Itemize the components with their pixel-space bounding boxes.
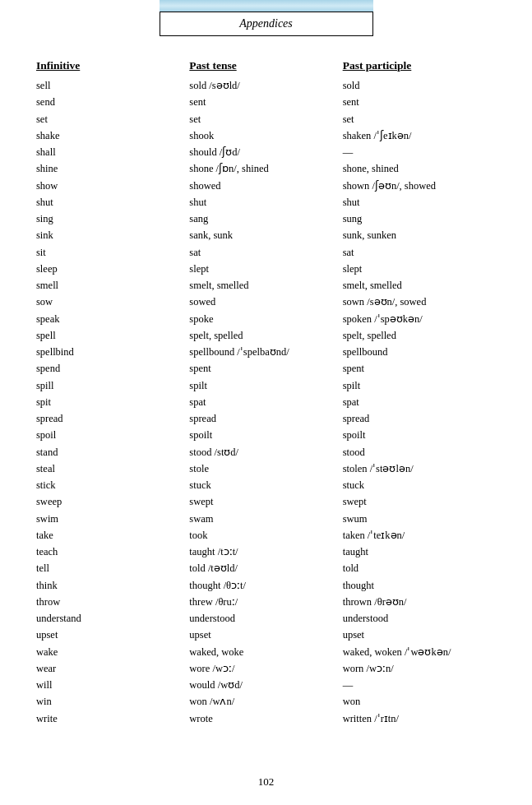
table-row: spilt <box>189 377 342 394</box>
table-row: should /ʃʊd/ <box>189 144 342 160</box>
table-row: tell <box>36 560 189 576</box>
table-row: spread <box>343 410 496 427</box>
table-row: think <box>36 577 189 594</box>
table-row: stood <box>343 444 496 460</box>
table-row: shine <box>36 160 189 177</box>
col1-items: sellsendsetshakeshallshineshowshutsingsi… <box>36 77 189 727</box>
table-row: sent <box>189 94 342 110</box>
table-row: spent <box>189 360 342 377</box>
table-row: spill <box>36 377 189 394</box>
table-row: taken /ˈteɪkən/ <box>343 527 496 544</box>
header-box: Appendices <box>160 12 373 36</box>
table-row: slept <box>343 261 496 277</box>
table-row: shut <box>36 194 189 211</box>
table-row: stuck <box>343 477 496 493</box>
table-row: thought /θɔːt/ <box>189 577 342 594</box>
table-row: shook <box>189 127 342 144</box>
page-wrapper: Appendices Infinitive sellsendsetshakesh… <box>0 0 532 805</box>
table-row: will <box>36 677 189 693</box>
table-row: spat <box>343 394 496 410</box>
table-row: understood <box>189 610 342 627</box>
table-row: set <box>36 111 189 127</box>
table-row: sink <box>36 227 189 243</box>
table-row: swim <box>36 511 189 527</box>
appendices-title: Appendices <box>239 17 293 30</box>
table-row: sung <box>343 211 496 227</box>
table-row: sold /səʊld/ <box>189 77 342 94</box>
table-row: spat <box>189 394 342 410</box>
table-row: smell <box>36 277 189 294</box>
table-row: sat <box>343 244 496 261</box>
table-row: sold <box>343 77 496 94</box>
table-row: spread <box>36 410 189 427</box>
table-row: stood /stʊd/ <box>189 444 342 460</box>
table-row: throw <box>36 594 189 610</box>
col3-items: soldsentsetshaken /ˈʃeɪkən/—shone, shine… <box>343 77 496 727</box>
col2-items: sold /səʊld/sentsetshookshould /ʃʊd/shon… <box>189 77 342 727</box>
table-row: spoken /ˈspəʊkən/ <box>343 311 496 327</box>
table-row: slept <box>189 261 342 277</box>
table-row: waked, woken /ˈwəʊkən/ <box>343 644 496 660</box>
table-row: shut <box>343 194 496 211</box>
columns-container: Infinitive sellsendsetshakeshallshinesho… <box>0 51 532 727</box>
table-row: spellbound /ˈspelbaʊnd/ <box>189 344 342 360</box>
table-row: speak <box>36 311 189 327</box>
table-row: swum <box>343 511 496 527</box>
table-row: spend <box>36 360 189 377</box>
col3-header: Past participle <box>343 59 496 72</box>
table-row: write <box>36 710 189 727</box>
table-row: spit <box>36 394 189 410</box>
table-row: won <box>343 693 496 710</box>
table-row: shown /ʃəʊn/, showed <box>343 178 496 194</box>
table-row: shall <box>36 144 189 160</box>
table-row: sat <box>189 244 342 261</box>
table-row: sent <box>343 94 496 110</box>
table-row: wore /wɔː/ <box>189 660 342 677</box>
table-row: spelt, spelled <box>189 327 342 344</box>
table-row: told /təʊld/ <box>189 560 342 576</box>
col-infinitive: Infinitive sellsendsetshakeshallshinesho… <box>36 51 189 727</box>
table-row: shone /ʃɒn/, shined <box>189 160 342 177</box>
table-row: swept <box>343 493 496 510</box>
footer: 102 <box>0 775 532 789</box>
table-row: smelt, smelled <box>343 277 496 294</box>
table-row: wear <box>36 660 189 677</box>
table-row: spread <box>189 410 342 427</box>
table-row: sleep <box>36 261 189 277</box>
table-row: set <box>189 111 342 127</box>
table-row: waked, woke <box>189 644 342 660</box>
table-row: spoilt <box>343 427 496 443</box>
table-row: sown /səʊn/, sowed <box>343 294 496 310</box>
col2-header: Past tense <box>189 59 342 72</box>
page-number: 102 <box>258 775 275 788</box>
table-row: sowed <box>189 294 342 310</box>
table-row: shut <box>189 194 342 211</box>
table-row: won /wʌn/ <box>189 693 342 710</box>
table-row: sunk, sunken <box>343 227 496 243</box>
col-past-tense: Past tense sold /səʊld/sentsetshookshoul… <box>189 51 342 727</box>
table-row: threw /θruː/ <box>189 594 342 610</box>
table-row: sell <box>36 77 189 94</box>
table-row: upset <box>189 627 342 643</box>
table-row: sweep <box>36 493 189 510</box>
table-row: smelt, smelled <box>189 277 342 294</box>
table-row: spell <box>36 327 189 344</box>
table-row: set <box>343 111 496 127</box>
table-row: wake <box>36 644 189 660</box>
table-row: sang <box>189 211 342 227</box>
table-row: swept <box>189 493 342 510</box>
table-row: spelt, spelled <box>343 327 496 344</box>
table-row: sank, sunk <box>189 227 342 243</box>
table-row: spilt <box>343 377 496 394</box>
table-row: teach <box>36 544 189 560</box>
table-row: shaken /ˈʃeɪkən/ <box>343 127 496 144</box>
table-row: spent <box>343 360 496 377</box>
table-row: upset <box>343 627 496 643</box>
table-row: stick <box>36 477 189 493</box>
table-row: stand <box>36 444 189 460</box>
table-row: taught <box>343 544 496 560</box>
table-row: upset <box>36 627 189 643</box>
table-row: — <box>343 144 496 160</box>
table-row: understand <box>36 610 189 627</box>
table-row: spoke <box>189 311 342 327</box>
